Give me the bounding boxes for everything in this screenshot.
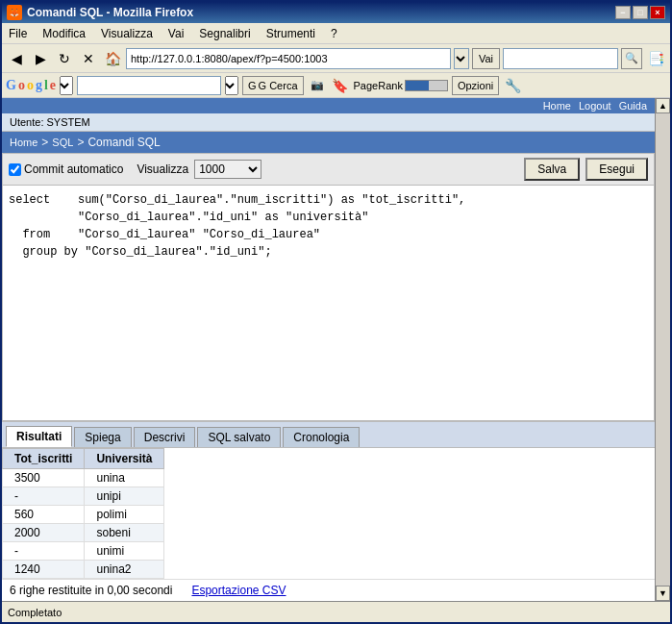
cell-uni-3: sobeni xyxy=(85,524,164,542)
menu-help[interactable]: ? xyxy=(328,26,340,41)
nav-links-bar: Home Logout Guida xyxy=(2,98,655,113)
google-bookmark-button[interactable]: 🔖 xyxy=(331,76,350,95)
pagerank-area: PageRank xyxy=(354,80,448,91)
breadcrumb-sep2: > xyxy=(77,136,84,149)
window-title: Comandi SQL - Mozilla Firefox xyxy=(27,6,193,19)
forward-button[interactable]: ▶ xyxy=(30,48,51,69)
cell-uni-4: unimi xyxy=(85,542,164,561)
pagerank-bar xyxy=(405,80,448,91)
editor-toolbar: Commit automatico Visualizza 1000 100 50… xyxy=(3,154,654,186)
scroll-down-button[interactable]: ▼ xyxy=(656,586,670,601)
google-G: G xyxy=(6,78,16,93)
pagerank-label: PageRank xyxy=(354,80,403,91)
table-row: - unipi xyxy=(3,487,164,506)
breadcrumb-sep1: > xyxy=(41,136,48,149)
cell-uni-0: unina xyxy=(85,469,164,487)
cell-uni-2: polimi xyxy=(85,506,164,524)
esegui-button[interactable]: Esegui xyxy=(585,158,648,181)
nav-home-link[interactable]: Home xyxy=(543,100,571,112)
commit-checkbox[interactable] xyxy=(9,163,21,176)
footer-info: 6 righe restituite in 0,00 secondi Espor… xyxy=(2,579,655,601)
menu-visualizza[interactable]: Visualizza xyxy=(98,26,156,41)
maximize-button[interactable]: □ xyxy=(633,6,648,19)
commit-checkbox-label: Commit automatico xyxy=(9,162,123,176)
reload-button[interactable]: ↻ xyxy=(54,48,75,69)
nav-extra-link[interactable]: Guida xyxy=(619,100,647,112)
tab-spiega[interactable]: Spiega xyxy=(74,427,131,447)
table-row: 3500 unina xyxy=(3,469,164,487)
menu-strumenti[interactable]: Strumenti xyxy=(263,26,318,41)
google-dropdown[interactable]: ▼ xyxy=(60,76,73,95)
cell-tot-4: - xyxy=(3,542,85,561)
menu-segnalibri[interactable]: Segnalibri xyxy=(196,26,253,41)
table-row: - unimi xyxy=(3,542,164,561)
navigation-toolbar: ◀ ▶ ↻ ✕ 🏠 ▼ Vai 🔍 📑 xyxy=(2,44,670,73)
google-o2: o xyxy=(27,78,34,93)
salva-button[interactable]: Salva xyxy=(524,158,580,181)
google-camera-button[interactable]: 📷 xyxy=(308,76,327,95)
cell-uni-1: unipi xyxy=(85,487,164,506)
statusbar: Completato xyxy=(2,601,670,622)
nav-logout-link[interactable]: Logout xyxy=(579,100,611,112)
row-count-label: 6 righe restituite in 0,00 secondi xyxy=(10,584,172,597)
sidebar-icon[interactable]: 📑 xyxy=(645,48,666,69)
menu-vai[interactable]: Vai xyxy=(165,26,187,41)
results-table: Tot_iscritti Università 3500 unina - uni… xyxy=(2,448,164,579)
home-button[interactable]: 🏠 xyxy=(102,48,123,69)
results-tabs: Risultati Spiega Descrivi SQL salvato Cr… xyxy=(2,421,655,448)
visualizza-select[interactable]: 1000 100 500 5000 xyxy=(194,160,261,179)
scroll-up-button[interactable]: ▲ xyxy=(656,98,670,113)
google-cerca-button[interactable]: G G Cerca xyxy=(242,76,304,95)
address-bar-container: ▼ Vai xyxy=(126,48,500,69)
google-search-dropdown[interactable]: ▼ xyxy=(225,76,238,95)
sql-textarea[interactable]: select sum("Corso_di_laurea"."num_iscrit… xyxy=(3,186,654,420)
address-dropdown[interactable]: ▼ xyxy=(454,48,469,69)
content-area: Home Logout Guida Utente: SYSTEM Home > … xyxy=(2,98,670,601)
google-search-input[interactable] xyxy=(77,76,221,95)
google-cerca-icon: G xyxy=(248,80,257,91)
col-tot-iscritti: Tot_iscritti xyxy=(3,449,85,469)
close-button[interactable]: × xyxy=(650,6,665,19)
table-row: 560 polimi xyxy=(3,506,164,524)
browser-window: 🦊 Comandi SQL - Mozilla Firefox − □ × Fi… xyxy=(0,0,672,624)
scroll-track[interactable] xyxy=(656,113,670,586)
google-wrench-button[interactable]: 🔧 xyxy=(503,76,522,95)
tab-sql-salvato[interactable]: SQL salvato xyxy=(197,427,281,447)
table-row: 2000 sobeni xyxy=(3,524,164,542)
menubar: File Modifica Visualizza Vai Segnalibri … xyxy=(2,23,670,44)
breadcrumb-sql[interactable]: SQL xyxy=(52,137,73,148)
cell-tot-3: 2000 xyxy=(3,524,85,542)
sql-editor-area: Commit automatico Visualizza 1000 100 50… xyxy=(2,153,655,421)
back-button[interactable]: ◀ xyxy=(6,48,27,69)
google-cerca-label: G Cerca xyxy=(259,80,298,91)
firefox-icon: 🦊 xyxy=(7,5,22,20)
user-label: Utente: SYSTEM xyxy=(10,116,90,128)
cell-tot-1: - xyxy=(3,487,85,506)
menu-file[interactable]: File xyxy=(6,26,30,41)
search-input[interactable] xyxy=(503,48,618,69)
menu-modifica[interactable]: Modifica xyxy=(39,26,88,41)
google-toolbar: G o o g l e ▼ ▼ G G Cerca 📷 🔖 PageRank O… xyxy=(2,73,670,98)
google-e: e xyxy=(50,78,56,93)
minimize-button[interactable]: − xyxy=(615,6,631,19)
tab-risultati[interactable]: Risultati xyxy=(6,426,72,447)
visualizza-label: Visualizza xyxy=(137,162,188,176)
breadcrumb-home[interactable]: Home xyxy=(10,137,37,148)
results-area: Tot_iscritti Università 3500 unina - uni… xyxy=(2,448,655,601)
user-info-bar: Utente: SYSTEM xyxy=(2,113,655,132)
google-o1: o xyxy=(18,78,25,93)
tab-descrivi[interactable]: Descrivi xyxy=(134,427,196,447)
google-g2: g xyxy=(36,78,42,93)
tab-cronologia[interactable]: Cronologia xyxy=(283,427,360,447)
opzioni-button[interactable]: Opzioni xyxy=(452,76,499,95)
titlebar: 🦊 Comandi SQL - Mozilla Firefox − □ × xyxy=(2,2,670,23)
go-button[interactable]: Vai xyxy=(472,48,500,69)
address-input[interactable] xyxy=(126,48,451,69)
export-csv-link[interactable]: Esportazione CSV xyxy=(191,584,286,597)
breadcrumb: Home > SQL > Comandi SQL xyxy=(2,132,655,153)
cell-tot-5: 1240 xyxy=(3,561,85,579)
breadcrumb-current: Comandi SQL xyxy=(87,136,160,149)
search-button[interactable]: 🔍 xyxy=(621,48,642,69)
status-text: Completato xyxy=(8,607,62,618)
stop-button[interactable]: ✕ xyxy=(78,48,99,69)
